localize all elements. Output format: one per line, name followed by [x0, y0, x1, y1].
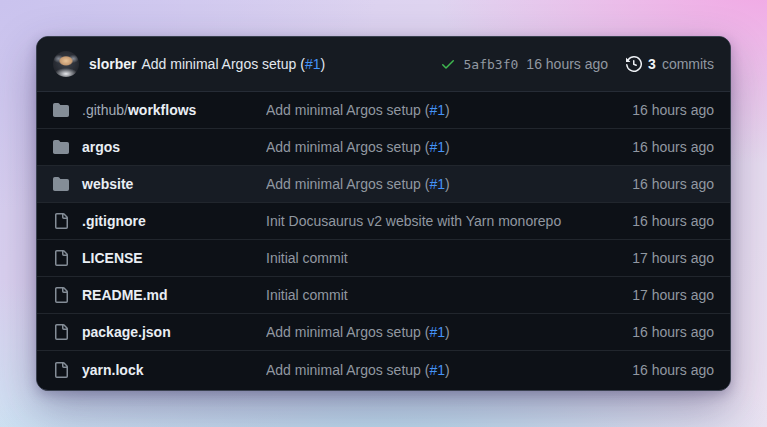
file-name-cell: LICENSE [53, 250, 266, 266]
file-name-cell: website [53, 176, 266, 192]
file-name-cell: .gitignore [53, 213, 266, 229]
file-icon [53, 250, 69, 266]
table-row: website Add minimal Argos setup (#1) 16 … [37, 166, 730, 203]
row-commit-message[interactable]: Add minimal Argos setup (#1) [266, 102, 594, 118]
pr-link[interactable]: #1 [429, 324, 445, 340]
check-status-icon[interactable] [440, 56, 456, 72]
table-row: .github/workflows Add minimal Argos setu… [37, 92, 730, 129]
table-row: argos Add minimal Argos setup (#1) 16 ho… [37, 129, 730, 166]
file-link[interactable]: .gitignore [82, 213, 146, 229]
table-row: README.md Initial commit 17 hours ago [37, 277, 730, 314]
file-icon [53, 362, 69, 378]
file-name-cell: README.md [53, 287, 266, 303]
file-name: workflows [128, 102, 196, 118]
file-link[interactable]: README.md [82, 287, 168, 303]
row-commit-message[interactable]: Initial commit [266, 250, 594, 266]
file-link[interactable]: yarn.lock [82, 362, 143, 378]
row-commit-time: 16 hours ago [594, 139, 714, 155]
commits-label: commits [662, 56, 714, 72]
file-name: website [82, 176, 133, 192]
pr-link[interactable]: #1 [305, 56, 321, 72]
row-commit-message[interactable]: Add minimal Argos setup (#1) [266, 139, 594, 155]
pr-link[interactable]: #1 [429, 102, 445, 118]
row-commit-message[interactable]: Add minimal Argos setup (#1) [266, 176, 594, 192]
pr-link[interactable]: #1 [429, 362, 445, 378]
file-name: argos [82, 139, 120, 155]
pr-link[interactable]: #1 [429, 139, 445, 155]
file-name-cell: argos [53, 139, 266, 155]
row-commit-time: 17 hours ago [594, 287, 714, 303]
file-name: LICENSE [82, 250, 143, 266]
file-table: .github/workflows Add minimal Argos setu… [37, 92, 730, 388]
row-commit-message[interactable]: Add minimal Argos setup (#1) [266, 362, 594, 378]
file-link[interactable]: LICENSE [82, 250, 143, 266]
file-name: .gitignore [82, 213, 146, 229]
row-commit-message[interactable]: Initial commit [266, 287, 594, 303]
pr-paren-close: ) [320, 56, 325, 72]
commit-time: 16 hours ago [526, 56, 608, 72]
commit-history-link[interactable]: 3 commits [626, 56, 714, 72]
row-commit-message[interactable]: Init Docusaurus v2 website with Yarn mon… [266, 213, 594, 229]
commit-author-link[interactable]: slorber [89, 56, 136, 72]
table-row: yarn.lock Add minimal Argos setup (#1) 1… [37, 351, 730, 388]
latest-commit-text: slorber Add minimal Argos setup (#1) [89, 56, 325, 72]
file-link[interactable]: .github/workflows [82, 102, 196, 118]
row-commit-time: 16 hours ago [594, 362, 714, 378]
folder-icon [53, 139, 69, 155]
file-link[interactable]: argos [82, 139, 120, 155]
commit-message-link[interactable]: Add minimal Argos setup (#1) [141, 56, 325, 72]
avatar[interactable] [53, 51, 79, 77]
row-commit-time: 16 hours ago [594, 324, 714, 340]
latest-commit-header: slorber Add minimal Argos setup (#1) 5af… [37, 37, 730, 92]
folder-icon [53, 102, 69, 118]
table-row: .gitignore Init Docusaurus v2 website wi… [37, 203, 730, 240]
file-name-cell: package.json [53, 324, 266, 340]
table-row: LICENSE Initial commit 17 hours ago [37, 240, 730, 277]
commit-hash-link[interactable]: 5afb3f0 [464, 57, 519, 72]
file-name-cell: yarn.lock [53, 362, 266, 378]
history-clock-icon [626, 56, 642, 72]
row-commit-time: 16 hours ago [594, 102, 714, 118]
file-link[interactable]: website [82, 176, 133, 192]
file-path-prefix: .github/ [82, 102, 128, 118]
folder-icon [53, 176, 69, 192]
row-commit-time: 16 hours ago [594, 176, 714, 192]
file-icon [53, 287, 69, 303]
latest-commit-meta: 5afb3f0 16 hours ago 3 commits [440, 56, 714, 72]
file-icon [53, 324, 69, 340]
commits-count: 3 [648, 56, 656, 72]
pr-link[interactable]: #1 [429, 176, 445, 192]
file-icon [53, 213, 69, 229]
file-link[interactable]: package.json [82, 324, 171, 340]
table-row: package.json Add minimal Argos setup (#1… [37, 314, 730, 351]
file-name: yarn.lock [82, 362, 143, 378]
file-name: README.md [82, 287, 168, 303]
repo-file-browser-card: slorber Add minimal Argos setup (#1) 5af… [36, 36, 731, 391]
row-commit-message[interactable]: Add minimal Argos setup (#1) [266, 324, 594, 340]
row-commit-time: 17 hours ago [594, 250, 714, 266]
row-commit-time: 16 hours ago [594, 213, 714, 229]
file-name-cell: .github/workflows [53, 102, 266, 118]
file-name: package.json [82, 324, 171, 340]
